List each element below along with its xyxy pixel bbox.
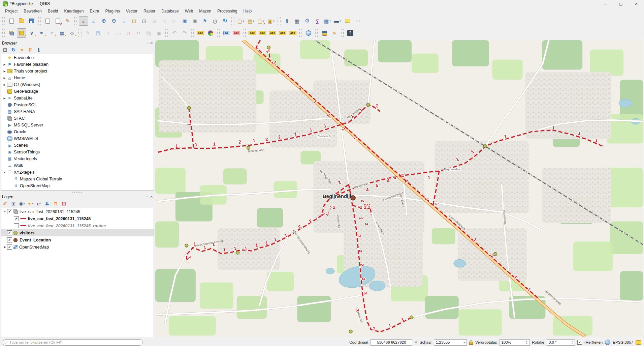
menu-plug-ins[interactable]: Plug-ins [102,8,123,15]
show-layout-manager-button[interactable]: ⚙ [53,16,62,26]
browser-item-openstreetmap[interactable]: ⠿OpenStreetMap [1,182,154,189]
window-maximize-button[interactable]: ▢ [613,0,629,7]
menu-mazen[interactable]: Mazen [196,8,214,15]
browser-item-stac[interactable]: STAC [1,115,154,122]
spinner-arrows-icon[interactable]: ▲▼ [571,340,573,344]
scale-combobox[interactable]: 1:23555▾ [434,339,467,346]
pan-map-button[interactable] [79,16,88,26]
browser-item-wcs[interactable]: WCS [1,189,154,191]
expander-icon[interactable]: ▶ [2,70,7,73]
refresh-map-button[interactable]: ↻ [220,16,230,26]
crs-globe-icon[interactable] [605,340,610,345]
browser-item-xyz-tegels[interactable]: ▼⠿XYZ-tegels [1,169,154,176]
layer-visibility-checkbox[interactable]: ✓ [7,244,12,250]
browser-item-sap-hana[interactable]: ▦SAP HANA [1,108,154,115]
expander-icon[interactable]: ▶ [3,246,7,249]
pin-unpin-labels-button[interactable]: abc [248,28,257,38]
expander-icon[interactable]: ▶ [2,83,7,86]
menu-project[interactable]: Project [2,8,21,15]
chevron-down-icon[interactable]: ▾ [273,20,275,23]
messages-icon[interactable] [636,340,641,345]
help-button[interactable]: ? [346,28,355,38]
toolbar-handle[interactable] [341,29,344,37]
statistics-abacus-button[interactable]: ▦ [292,16,302,26]
chevron-down-icon[interactable]: ▾ [359,20,360,23]
browser-item-postgresql[interactable]: PostgreSQL [1,102,154,108]
select-features-button[interactable]: ▢▾ [236,16,246,26]
select-all-button[interactable]: ▣▾ [266,16,276,26]
menu-bewerken[interactable]: Bewerken [21,8,44,15]
new-virtual-layer-button[interactable]: ▦* [57,28,67,38]
layer-item-visitors[interactable]: ✓visitors [1,229,154,236]
panel-splitter[interactable]: •••••• [1,191,154,194]
browser-item-scenes[interactable]: ▣Scenes [1,142,154,149]
identify-features-button[interactable]: ℹ [282,16,292,26]
browser-close-button[interactable]: ✕ [150,41,153,45]
new-map-view-button[interactable]: ▣ [180,16,189,26]
zoom-next-button[interactable]: ▷ [170,16,179,26]
toolbar-handle[interactable] [2,17,5,25]
expander-icon[interactable]: ▼ [2,171,7,174]
paste-features-button[interactable]: ▣ [154,28,163,38]
chevron-down-icon[interactable]: ▾ [462,340,465,345]
vertex-tool-button[interactable]: ▱▾ [114,28,123,38]
expander-icon[interactable]: ▶ [2,77,7,80]
toolbar-handle[interactable] [243,29,246,37]
browser-item-c-windows-[interactable]: ▶C:\ (Windows) [1,81,154,88]
menu-extra[interactable]: Extra [87,8,102,15]
statistical-summary-button[interactable]: ∑ [313,16,322,26]
new-geopackage-layer-button[interactable]: * [17,28,26,38]
new-print-layout-button[interactable] [43,16,52,26]
toolbar-handle[interactable] [217,29,220,37]
browser-item-oracle[interactable]: Oracle [1,128,154,135]
magnifier-spinbox[interactable]: 100%▲▼ [500,339,530,346]
toolbar-handle[interactable] [2,29,5,37]
python-console-button[interactable] [320,28,329,38]
browser-item-vectortegels[interactable]: ▦Vectortegels [1,155,154,162]
move-label-button[interactable]: abc [268,28,277,38]
rotation-spinbox[interactable]: 0,0 °▲▼ [547,339,575,346]
menu-beeld[interactable]: Beeld [45,8,61,15]
add-feature-button[interactable]: + [103,28,113,38]
layer-item-event-location[interactable]: ✓Event_Location [1,236,154,243]
new-annotation-button[interactable]: ○▾ [353,16,362,26]
menu-kaartlagen[interactable]: Kaartlagen [61,8,87,15]
map-canvas[interactable]: KerkstraatKleinesteenwegDen DriesPuttest… [155,40,643,337]
layer-item-live-car-fast-20260131-115245-routes[interactable]: live_car_fast_20260131_115245_routes [1,222,154,229]
menu-web[interactable]: Web [182,8,196,15]
toolbar-handle[interactable] [278,17,281,25]
browser-item-wms-wmts[interactable]: WMS/WMTS [1,135,154,142]
browser-item-thuis-voor-project[interactable]: ▶Thuis voor project [1,68,154,75]
new-mesh-layer-button[interactable]: ≡* [47,28,57,38]
filter-browser-button[interactable]: ▼ [18,47,26,53]
crs-value[interactable]: EPSG:3857 [613,340,633,344]
properties-info-button[interactable]: ℹ [35,47,42,53]
deselect-features-button[interactable]: ▢✕▾ [256,16,266,26]
zoom-to-selection-button[interactable]: ⊡ [129,16,139,26]
map-tips-button[interactable] [343,16,352,26]
chevron-down-icon[interactable]: ▾ [340,20,341,23]
add-group-button[interactable]: ⊞ [10,200,17,207]
measure-button[interactable]: ▬▾ [333,16,342,26]
browser-item-spatialite[interactable]: ▶✒SpatiaLite [1,95,154,102]
new-3d-map-view-button[interactable]: ▣ [190,16,199,26]
toolbar-handle[interactable] [38,17,41,25]
zoom-last-button[interactable]: ◁ [160,16,169,26]
render-checkbox[interactable]: ✓ [577,340,582,345]
remove-layer-button[interactable]: ⊟ [60,200,68,207]
chevron-down-icon[interactable]: ▾ [243,20,244,23]
browser-item-favoriete-plaatsen[interactable]: ▶⚑Favoriete plaatsen [1,61,154,68]
menu-vector[interactable]: Vector [123,8,140,15]
chevron-down-icon[interactable]: ▾ [120,32,121,35]
chevron-down-icon[interactable]: ▾ [253,20,254,23]
chevron-down-icon[interactable]: ▾ [329,20,331,23]
select-by-expression-button[interactable]: ▤▾ [246,16,256,26]
expand-all-button[interactable]: ⇊ [43,200,51,207]
layer-item-openstreetmap[interactable]: ▶✓OpenStreetMap [1,243,154,251]
browser-item-geopackage[interactable]: GeoPackage [1,88,154,95]
processing-toolbox-button[interactable]: ⚙ [302,16,312,26]
scale-lock-icon[interactable] [469,342,473,345]
menu-processing[interactable]: Processing [214,8,240,15]
locator-search-input[interactable]: ⌕ Type om te lokaliseren (Ctrl+K) [3,339,143,346]
show-hide-labels-button[interactable]: abc [258,28,267,38]
